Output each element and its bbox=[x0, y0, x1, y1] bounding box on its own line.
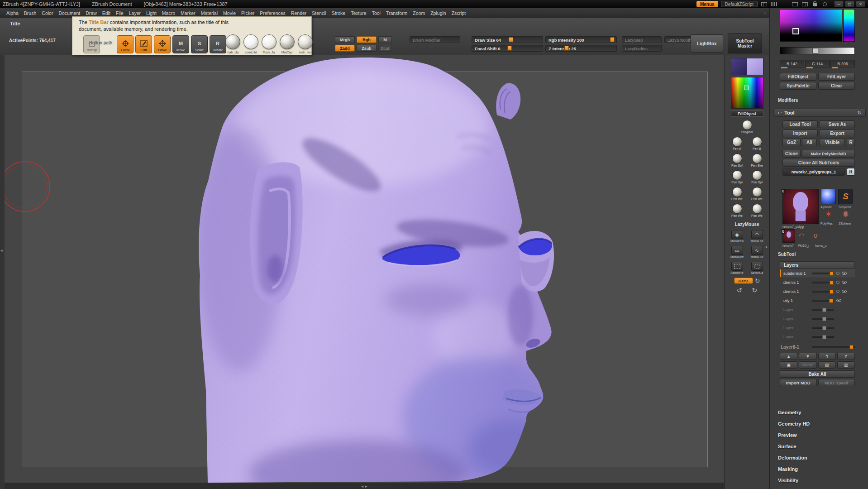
local-button[interactable]: Local bbox=[117, 35, 134, 53]
section-masking[interactable]: Masking bbox=[770, 463, 868, 475]
rgb-button[interactable]: Rgb bbox=[357, 36, 377, 43]
make-polymesh3d-button[interactable]: Make PolyMesh3D bbox=[802, 150, 855, 158]
pen-ske-brush-icon[interactable] bbox=[752, 153, 762, 163]
layer-record-icon[interactable] bbox=[836, 272, 839, 275]
menu-overflow-chevron[interactable]: › bbox=[764, 10, 766, 15]
rotate-ccw-icon[interactable]: ↺ bbox=[737, 287, 742, 293]
blue-value[interactable]: B 206 bbox=[830, 60, 855, 67]
current-layer-row[interactable]: Layer8-1 bbox=[780, 342, 855, 351]
mini-color-picker[interactable] bbox=[731, 77, 763, 109]
z-intensity-slider[interactable]: Z Intensity 25 bbox=[545, 45, 617, 52]
menu-texture[interactable]: Texture bbox=[348, 10, 369, 17]
layout-icon-2[interactable] bbox=[801, 1, 808, 7]
load-tool-button[interactable]: Load Tool bbox=[782, 120, 818, 128]
polymesh-star-icon[interactable]: ✶ bbox=[825, 210, 832, 218]
layer-down-button[interactable]: ▼ bbox=[799, 353, 816, 360]
menu-tool[interactable]: Tool bbox=[369, 10, 383, 17]
layer-row-empty-2[interactable]: Layer bbox=[780, 314, 855, 323]
pen-a-brush-icon[interactable] bbox=[732, 137, 742, 147]
defaultzscript-button[interactable]: DefaultZScript bbox=[721, 1, 758, 7]
focal-shift-slider[interactable]: Focal Shift 0 bbox=[472, 45, 543, 52]
menu-zplugin[interactable]: Zplugin bbox=[428, 10, 448, 17]
menus-button[interactable]: Menus bbox=[696, 1, 718, 7]
menu-macro[interactable]: Macro bbox=[159, 10, 178, 17]
lock-icon[interactable] bbox=[811, 1, 818, 7]
pen-sof-brush-icon[interactable] bbox=[732, 153, 742, 163]
section-geometry-hd[interactable]: Geometry HD bbox=[770, 418, 868, 429]
zsphere-icon[interactable]: ✺ bbox=[842, 210, 849, 218]
tray-fillobject-button[interactable]: FillObject bbox=[731, 110, 763, 117]
menu-light[interactable]: Light bbox=[143, 10, 159, 17]
menu-file[interactable]: File bbox=[113, 10, 126, 17]
section-visibility[interactable]: Visibility bbox=[770, 475, 868, 486]
menu-transform[interactable]: Transform bbox=[383, 10, 410, 17]
syspalette-button[interactable]: SysPalette bbox=[780, 82, 816, 90]
menu-stencil[interactable]: Stencil bbox=[309, 10, 329, 17]
menu-stroke[interactable]: Stroke bbox=[329, 10, 348, 17]
lazystep-slider[interactable]: LazyStep bbox=[622, 36, 662, 43]
layer-row-dermis1[interactable]: dermis 1 bbox=[780, 278, 855, 287]
layer-visibility-icon[interactable] bbox=[842, 281, 847, 284]
menu-picker[interactable]: Picker bbox=[238, 10, 257, 17]
tray-expand-arrow[interactable]: ▸ bbox=[766, 244, 768, 249]
maskrect-icon[interactable]: ▭ bbox=[731, 246, 743, 255]
visible-button[interactable]: Visible bbox=[820, 139, 845, 146]
layer-name-button[interactable]: Name bbox=[799, 361, 816, 369]
section-deformation[interactable]: Deformation bbox=[770, 452, 868, 463]
section-surface[interactable]: Surface bbox=[770, 441, 868, 452]
layer-row-dermis2[interactable]: dermis 1 bbox=[780, 287, 855, 296]
color-picker-hue-strip[interactable] bbox=[843, 9, 855, 42]
layout-icon-1[interactable] bbox=[791, 1, 798, 7]
minimize-button[interactable]: ─ bbox=[834, 1, 844, 7]
menu-alpha[interactable]: Alpha bbox=[4, 10, 21, 17]
scroll-right-arrow[interactable]: ▸ bbox=[365, 484, 367, 489]
material-sphere-2[interactable] bbox=[243, 34, 258, 49]
menu-material[interactable]: Material bbox=[198, 10, 220, 17]
draw-size-slider[interactable]: Draw Size 64 bbox=[472, 36, 543, 43]
layer-new-button[interactable]: ▣ bbox=[780, 361, 797, 369]
selectlasso-icon[interactable] bbox=[751, 262, 763, 271]
simplebrush-thumbnail[interactable]: S bbox=[838, 189, 853, 204]
layer-row-subdermal[interactable]: subdermal 1 bbox=[780, 269, 855, 278]
filllayer-button[interactable]: FillLayer bbox=[818, 73, 855, 81]
import-button[interactable]: Import bbox=[782, 129, 818, 137]
pen-spi-brush-icon[interactable] bbox=[732, 170, 742, 180]
menu-color[interactable]: Color bbox=[39, 10, 56, 17]
menu-zscript[interactable]: Zscript bbox=[449, 10, 469, 17]
menu-edit[interactable]: Edit bbox=[100, 10, 113, 17]
m-button[interactable]: M bbox=[378, 36, 392, 43]
zadd-button[interactable]: Zadd bbox=[335, 45, 355, 52]
transp-button[interactable]: Transp bbox=[83, 35, 100, 53]
clone-button[interactable]: Clone bbox=[782, 150, 801, 158]
clone-all-subtools-button[interactable]: Clone All SubTools bbox=[782, 159, 855, 167]
brush-modifier-slider[interactable]: Brush Modifier bbox=[410, 36, 460, 43]
export-button[interactable]: Export bbox=[820, 129, 855, 137]
grayscale-handle[interactable] bbox=[812, 48, 818, 53]
polypaint-brush-icon[interactable] bbox=[742, 120, 752, 130]
draw-button[interactable]: Draw bbox=[154, 35, 171, 53]
pen-we-brush-icon-1[interactable] bbox=[732, 187, 742, 197]
lazyradius-slider[interactable]: LazyRadius bbox=[622, 45, 662, 52]
layer-row-empty-1[interactable]: Layer bbox=[780, 305, 855, 314]
mdd-speed-button[interactable]: MDD Speed bbox=[818, 379, 855, 386]
import-mdd-button[interactable]: Import MDD bbox=[780, 379, 817, 386]
layer-visibility-icon[interactable] bbox=[842, 272, 847, 275]
tool-refresh-icon[interactable]: ↻ bbox=[858, 110, 862, 116]
layer-redo-icon[interactable]: ↱ bbox=[837, 353, 855, 360]
material-sphere-3[interactable] bbox=[262, 34, 277, 49]
layers-header[interactable]: Layers bbox=[780, 261, 855, 269]
all-button[interactable]: All bbox=[802, 139, 817, 146]
material-sphere-5[interactable] bbox=[298, 34, 313, 49]
active-tool-button[interactable]: rework7_polygroups_1 bbox=[782, 168, 845, 176]
subtool-section-label[interactable]: SubTool bbox=[778, 252, 796, 257]
mini-color-swatch[interactable] bbox=[731, 58, 763, 75]
lazymouse-label[interactable]: LazyMouse bbox=[735, 222, 759, 227]
menu-preferences[interactable]: Preferences bbox=[257, 10, 288, 17]
tool-palette-header[interactable]: ↩ Tool ↻ bbox=[773, 109, 866, 117]
maximize-button[interactable]: □ bbox=[845, 1, 854, 7]
layer-visibility-icon[interactable] bbox=[836, 299, 841, 302]
section-preview[interactable]: Preview bbox=[770, 429, 868, 441]
layer-record-icon[interactable] bbox=[836, 281, 839, 284]
layer-up-button[interactable]: ▲ bbox=[780, 353, 797, 360]
pm3d-icon[interactable]: ◠ bbox=[799, 231, 804, 240]
